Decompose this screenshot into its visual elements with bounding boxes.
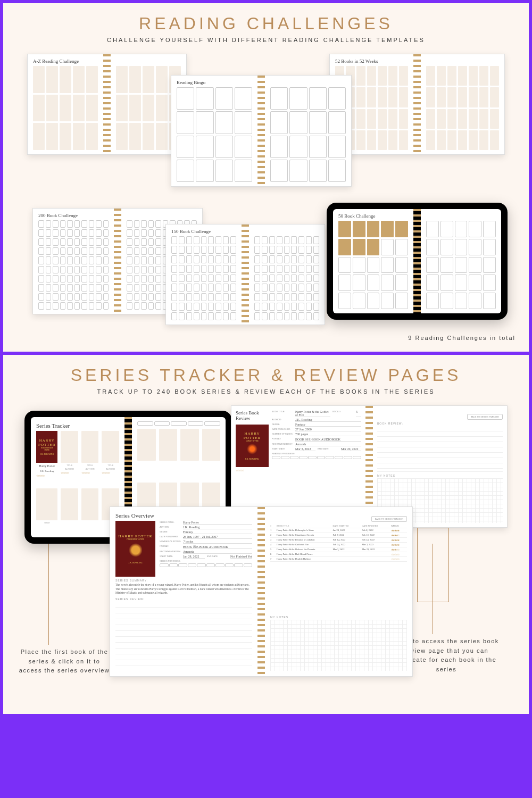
rating-stars: ☆☆☆☆☆ <box>36 474 57 477</box>
spiral-binding-icon <box>114 209 121 314</box>
spread-bingo: Reading Bingo <box>171 75 352 187</box>
panel1-footnote: 9 Reading Challenges in total <box>16 335 516 341</box>
spread-50-ipad: 50 Book Challenge <box>327 203 508 320</box>
back-button[interactable]: BACK TO SERIES TRACKER <box>371 516 407 522</box>
panel2-title: SERIES TRACKER & REVIEW PAGES <box>16 365 516 385</box>
panel2-subtitle: TRACK UP TO 240 BOOK SERIES & REVIEW EAC… <box>16 388 516 395</box>
spread-az: A-Z Reading Challenge <box>27 54 187 155</box>
tracker-slot[interactable] <box>61 488 78 520</box>
review-cover: HARRY POTTER GOBLET OF FIRE J.K. ROWLING <box>236 425 269 467</box>
back-button[interactable]: BACK TO SERIES TRACKER <box>467 414 503 420</box>
tracker-cover-1[interactable]: HARRY POTTER PHILOSOPHER'S STONE J.K. RO… <box>36 431 57 463</box>
summary-text: The novels chronicle the story of a youn… <box>115 583 252 595</box>
b200-title: 200 Book Challenge <box>38 213 109 218</box>
tracker-heading: Series Tracker <box>36 422 119 429</box>
challenges-collage: A-Z Reading Challenge 52 Books <box>16 54 516 330</box>
tracker-slot[interactable] <box>102 431 119 463</box>
w52-title: 52 Books in 52 Weeks <box>335 59 408 64</box>
series-tracker-panel: SERIES TRACKER & REVIEW PAGES TRACK UP T… <box>3 355 529 714</box>
tracker-slot[interactable] <box>61 431 78 463</box>
table-row[interactable]: 6Harry Potter & the Half-Blood Prince☆☆☆… <box>270 552 407 557</box>
callout-line-icon <box>48 544 49 645</box>
review-heading: Series Book Review <box>236 410 269 421</box>
rating-stars: ☆☆☆☆☆ <box>236 469 269 472</box>
table-row[interactable]: 7Harry Potter & the Deathly Hallows☆☆☆☆☆ <box>270 557 407 562</box>
spiral-binding-icon <box>413 209 421 313</box>
spread-52weeks: 52 Books in 52 Weeks <box>329 54 505 155</box>
book-table: 1Harry Potter & the Philosopher's StoneJ… <box>270 528 407 562</box>
callout-highlight-box <box>417 528 449 602</box>
phoenix-icon <box>247 444 257 454</box>
b150-title: 150 Book Challenge <box>171 229 236 234</box>
tracker-slot[interactable] <box>81 431 99 463</box>
spiral-binding-icon <box>257 76 265 186</box>
b50-title: 50 Book Challenge <box>338 213 408 219</box>
panel1-subtitle: CHALLENGE YOURSELF WITH DIFFERENT READIN… <box>16 37 516 43</box>
spiral-binding-icon <box>257 507 265 676</box>
table-row[interactable]: 2Harry Potter & the Chamber of SecretsFe… <box>270 533 407 538</box>
owl-icon <box>129 543 142 558</box>
reading-challenges-panel: READING CHALLENGES CHALLENGE YOURSELF WI… <box>3 3 529 352</box>
callout-left: Place the first book of the series & cli… <box>16 647 112 676</box>
overview-cover: HARRY POTTER PHILOSOPHER'S STONE J.K. RO… <box>115 521 155 577</box>
spiral-binding-icon <box>242 225 249 325</box>
tracker-slot[interactable] <box>36 488 57 520</box>
spiral-binding-icon <box>413 54 421 154</box>
tracker-slot[interactable] <box>81 488 99 520</box>
overview-heading: Series Overview <box>115 512 252 519</box>
table-row[interactable]: 4Harry Potter & the Goblet of FireFeb 24… <box>270 543 407 547</box>
series-overview: Series Overview HARRY POTTER PHILOSOPHER… <box>110 506 413 677</box>
table-row[interactable]: 1Harry Potter & the Philosopher's StoneJ… <box>270 528 407 533</box>
az-title: A-Z Reading Challenge <box>33 59 98 64</box>
bingo-title: Reading Bingo <box>177 80 252 85</box>
table-row[interactable]: 3Harry Potter & the Prisoner of AzkabanF… <box>270 538 407 543</box>
spiral-binding-icon <box>103 54 111 154</box>
series-collage: Series Tracker HARRY POTTER PHILOSOPHER'… <box>16 405 516 703</box>
panel1-title: READING CHALLENGES <box>16 14 516 34</box>
spread-150: 150 Book Challenge <box>165 224 325 325</box>
table-row[interactable]: 5Harry Potter & the Order of the Phoenix… <box>270 547 407 552</box>
